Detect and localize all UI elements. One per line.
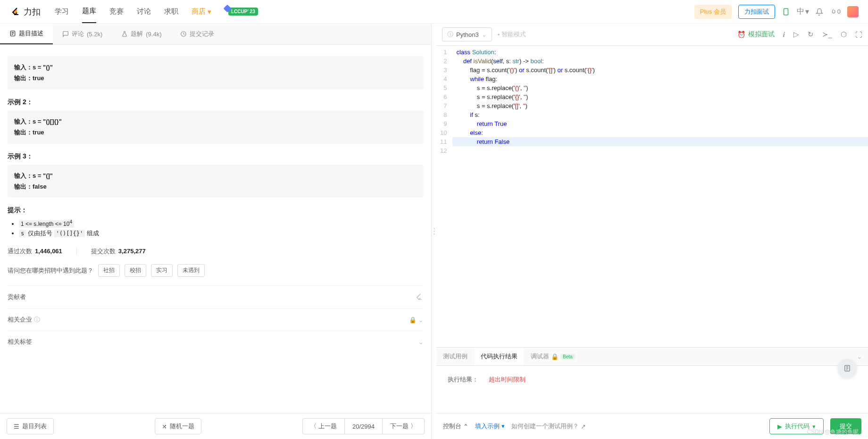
caret-down-icon: ▾: [208, 8, 211, 16]
tags-row[interactable]: 相关标签 ⌄: [8, 331, 424, 353]
console-toggle[interactable]: 控制台 ⌃: [443, 422, 468, 431]
tab-solutions[interactable]: 题解 (9.4k): [112, 24, 171, 44]
brand-text: 力扣: [24, 6, 41, 17]
lock-icon: 🔒: [409, 316, 417, 323]
result-value: 超出时间限制: [489, 376, 526, 383]
editor-toolbar: ⓘPython3⌄ • 智能模式 ⏰模拟面试 𝒊 ▷ ↻ ≻_ ⬡ ⛶: [436, 24, 868, 46]
chevron-left-icon: 〈: [310, 422, 317, 431]
app-icon[interactable]: [782, 8, 790, 16]
code-editor[interactable]: 123456789101112 class Solution: def isVa…: [436, 46, 868, 347]
svg-rect-0: [784, 8, 788, 15]
chevron-down-icon: ⌄: [418, 316, 424, 323]
main: 题目描述 评论 (5.2k) 题解 (9.4k) 提交记录 输入：s = "()…: [0, 24, 868, 439]
prev-button[interactable]: 〈上一题: [303, 419, 345, 434]
fill-example-link[interactable]: 填入示例 ▾: [475, 422, 505, 431]
companies-row[interactable]: 相关企业 ⓘ 🔒 ⌄: [8, 308, 424, 331]
language-select[interactable]: ⓘPython3⌄: [442, 27, 492, 41]
notes-fab[interactable]: [838, 359, 857, 378]
terminal-icon[interactable]: ≻_: [822, 30, 832, 39]
top-right: Plus 会员 力扣面试 中 ▾ 0: [694, 5, 859, 19]
nav-problems[interactable]: 题库: [82, 0, 96, 23]
console-tab-result[interactable]: 代码执行结果: [474, 348, 524, 365]
example-3-title: 示例 3：: [8, 152, 424, 161]
fullscreen-icon[interactable]: ⛶: [855, 31, 862, 39]
contributors-row[interactable]: 贡献者: [8, 285, 424, 308]
survey-btn-1[interactable]: 校招: [125, 264, 146, 277]
leetcode-logo-icon: [9, 6, 21, 17]
chevron-right-icon: 〉: [410, 422, 417, 431]
logo[interactable]: 力扣: [9, 6, 41, 17]
nav-store[interactable]: 商店▾: [192, 0, 211, 23]
description-content: 输入：s = "()" 输出：true 示例 2： 输入：s = "()[]{}…: [0, 45, 431, 413]
alarm-icon: ⏰: [737, 31, 745, 38]
right-pane: ⓘPython3⌄ • 智能模式 ⏰模拟面试 𝒊 ▷ ↻ ≻_ ⬡ ⛶ 1234…: [436, 24, 868, 439]
nav-contest[interactable]: 竞赛: [109, 0, 124, 23]
streak-fire[interactable]: 0: [830, 8, 841, 15]
tab-submissions[interactable]: 提交记录: [171, 24, 224, 44]
left-pane: 题目描述 评论 (5.2k) 题解 (9.4k) 提交记录 输入：s = "()…: [0, 24, 432, 439]
bell-icon[interactable]: [816, 8, 823, 16]
ex2-input: 输入：s = "()[]{}": [14, 118, 62, 125]
tab-description[interactable]: 题目描述: [0, 24, 53, 44]
problem-list-button[interactable]: ☰题目列表: [7, 418, 54, 434]
user-avatar[interactable]: [847, 6, 859, 17]
survey-btn-3[interactable]: 未遇到: [177, 264, 205, 277]
mock-interview-button[interactable]: ⏰模拟面试: [737, 30, 775, 39]
hint-1: 1 <= s.length <= 104: [19, 219, 424, 227]
prev-next-group: 〈上一题 20/2994 下一题〉: [302, 418, 425, 434]
ex3-output: 输出：false: [14, 183, 47, 190]
console-bottom: 控制台 ⌃ 填入示例 ▾ 如何创建一个测试用例？ ↗ ▶执行代码 ▾ 提交: [436, 413, 868, 439]
external-icon: ↗: [581, 423, 586, 430]
survey-btn-0[interactable]: 社招: [98, 264, 120, 277]
beta-badge: Beta: [560, 354, 575, 360]
ex2-output: 输出：true: [14, 129, 44, 136]
chevron-up-icon: ⌃: [463, 423, 468, 430]
next-button[interactable]: 下一题〉: [383, 419, 424, 434]
pass-count: 通过次数1,446,061: [8, 247, 62, 256]
result-label: 执行结果：: [448, 376, 478, 383]
flask-icon: [121, 31, 128, 37]
run-code-button[interactable]: ▶执行代码 ▾: [769, 418, 824, 434]
lock-icon: 🔒: [551, 353, 559, 360]
problem-counter: 20/2994: [345, 419, 383, 434]
settings-icon[interactable]: ⬡: [841, 30, 847, 39]
submit-button[interactable]: 提交: [830, 418, 861, 434]
language-switch[interactable]: 中 ▾: [797, 7, 809, 17]
nav-jobs[interactable]: 求职: [164, 0, 178, 23]
hint-2: s 仅由括号 '()[]{}' 组成: [19, 229, 424, 238]
lccup-badge[interactable]: LCCUP' 23: [228, 8, 258, 16]
history-icon: [180, 31, 187, 37]
play-icon: ▶: [777, 423, 782, 430]
example-2: 输入：s = "()[]{}" 输出：true: [8, 110, 424, 144]
testcase-help[interactable]: 如何创建一个测试用例？ ↗: [511, 422, 586, 431]
nav-links: 学习 题库 竞赛 讨论 求职 商店▾ LCCUP' 23: [55, 0, 258, 23]
chevron-down-icon: ⌄: [482, 31, 487, 38]
comment-icon: [62, 31, 69, 37]
example-1: 输入：s = "()" 输出：true: [8, 56, 424, 90]
desc-tabs: 题目描述 评论 (5.2k) 题解 (9.4k) 提交记录: [0, 24, 431, 45]
tab-comments[interactable]: 评论 (5.2k): [53, 24, 112, 44]
shuffle-icon: ⤨: [162, 423, 167, 430]
pane-splitter[interactable]: [432, 24, 436, 439]
smart-mode[interactable]: • 智能模式: [498, 30, 526, 39]
survey-row: 请问您在哪类招聘中遇到此题？ 社招 校招 实习 未遇到: [8, 264, 424, 277]
interview-button[interactable]: 力扣面试: [738, 5, 775, 19]
random-button[interactable]: ⤨随机一题: [155, 418, 201, 434]
nav-discuss[interactable]: 讨论: [137, 0, 151, 23]
code-area[interactable]: class Solution: def isValid(self, s: str…: [452, 46, 868, 347]
stats-separator: [76, 248, 77, 255]
console-collapse[interactable]: ⌄: [857, 353, 862, 360]
ex1-output: 输出：true: [14, 75, 44, 82]
console-tab-testcase[interactable]: 测试用例: [436, 348, 474, 365]
ex3-input: 输入：s = "(]": [14, 172, 53, 179]
run-icon[interactable]: ▷: [793, 30, 799, 39]
leetcode-small-icon: [414, 292, 424, 302]
bottom-bar: ☰题目列表 ⤨随机一题 〈上一题 20/2994 下一题〉: [0, 413, 431, 439]
console-tab-debugger[interactable]: 调试器 🔒 Beta: [524, 348, 582, 365]
survey-btn-2[interactable]: 实习: [151, 264, 173, 277]
reset-icon[interactable]: ↻: [808, 30, 814, 39]
plus-member-button[interactable]: Plus 会员: [694, 5, 732, 19]
nav-study[interactable]: 学习: [55, 0, 69, 23]
console-tabs: 测试用例 代码执行结果 调试器 🔒 Beta ⌄: [436, 347, 868, 366]
info-icon[interactable]: 𝒊: [783, 30, 785, 39]
